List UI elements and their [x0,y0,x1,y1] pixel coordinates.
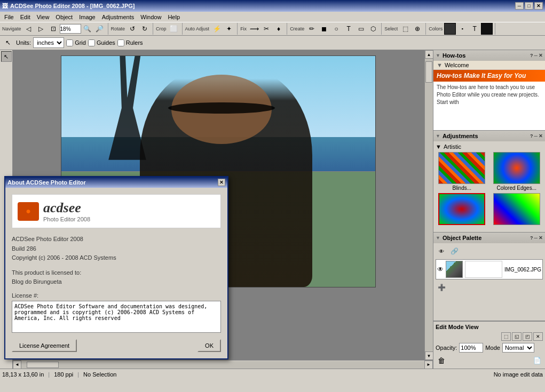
close-button[interactable]: ✕ [534,2,543,10]
color-swatch-btn[interactable]: ▪ [456,23,468,35]
rotate-label: Rotate [110,26,127,31]
obj-layer-item[interactable]: 👁 IMG_0062.JPG [436,259,543,279]
rotate-left-button[interactable]: ↺ [127,23,138,35]
scroll-thumb-horizontal[interactable] [27,362,59,368]
minimize-button[interactable]: ─ [515,2,524,10]
scroll-right-button[interactable]: ► [424,361,433,369]
select-btn1[interactable]: ⬚ [399,23,411,35]
maximize-button[interactable]: □ [525,2,533,10]
fix-btn1[interactable]: ⟿ [248,23,260,35]
about-dialog-buttons: License Agreement OK [12,339,221,352]
blinds-item[interactable]: Blinds... [436,152,488,191]
create-btn2[interactable]: ◼ [318,23,330,35]
howtos-header[interactable]: ▼ How-tos ? ─ ✕ [433,50,545,61]
zoom-out-button[interactable]: 🔍 [82,23,93,35]
grid-checkbox-label[interactable]: Grid [66,39,86,46]
obj-minimize-icon[interactable]: ─ [534,235,538,241]
layer-thumbnail [446,261,463,278]
zoom-in-button[interactable]: 🔎 [94,23,106,35]
navigate-forward-button[interactable]: ▷ [35,23,47,35]
adjustments-header[interactable]: ▼ Adjustments ? ─ ✕ [433,131,545,141]
layer-add-btn[interactable]: ➕ [436,282,447,293]
colored-edges-item[interactable]: Colored Edges... [491,152,543,191]
menu-adjustments[interactable]: Adjustments [99,13,138,21]
art-item-4[interactable] [491,193,543,225]
crop-button[interactable]: ⬜ [168,23,180,35]
select-btn2[interactable]: ⊕ [412,23,423,35]
art-item-3[interactable] [436,193,488,225]
obj-eye-toggle[interactable]: 👁 [436,245,447,257]
edit-mode-icon4[interactable]: ✕ [533,332,543,341]
background-color[interactable] [481,23,493,35]
fix-btn2[interactable]: ✂ [260,23,272,35]
create-btn6[interactable]: ⬡ [367,23,379,35]
howtos-title: How-tos [443,52,465,59]
howtos-content: ▼ Welcome How-tos Make It Easy for You T… [433,61,545,130]
obj-link-btn[interactable]: 🔗 [448,245,460,257]
menu-view[interactable]: View [34,13,53,21]
howtos-close-icon[interactable]: ✕ [539,53,543,58]
menu-edit[interactable]: Edit [17,13,34,21]
licensed-to-value: Blog do Birungueta [12,277,221,287]
edit-mode-icon1[interactable]: ⬚ [501,332,511,341]
create-btn3[interactable]: ○ [330,23,342,35]
menu-help[interactable]: Help [164,13,183,21]
select-pointer-tool[interactable]: ↖ [1,51,12,62]
opacity-input[interactable] [459,343,483,353]
guides-checkbox-label[interactable]: Guides [88,39,115,46]
rotate-right-button[interactable]: ↻ [139,23,151,35]
license-agreement-button[interactable]: License Agreement [12,339,77,352]
scroll-up-button[interactable]: ▲ [425,50,433,59]
obj-help-icon[interactable]: ? [530,235,533,241]
scroll-track-horizontal[interactable] [21,361,424,369]
howtos-minimize-icon[interactable]: ─ [534,53,538,58]
adjustments-close-icon[interactable]: ✕ [539,133,543,139]
ok-button[interactable]: OK [198,339,221,352]
create-btn5[interactable]: ▭ [355,23,367,35]
adjustments-help-icon[interactable]: ? [530,133,533,139]
layer-visibility-icon[interactable]: 👁 [437,266,444,273]
menu-image[interactable]: Image [76,13,99,21]
object-palette-header[interactable]: ▼ Object Palette ? ─ ✕ [433,233,545,243]
obj-close-icon[interactable]: ✕ [539,235,543,241]
foreground-color[interactable] [444,23,456,35]
colored-edges-thumbnail [493,152,540,184]
guides-checkbox[interactable] [88,39,95,46]
delete-layer-button[interactable]: 🗑 [436,355,447,366]
mode-select[interactable]: Normal Multiply Screen Overlay [502,343,534,353]
create-btn1[interactable]: ✏ [306,23,318,35]
zoom-input[interactable] [60,24,81,34]
scroll-thumb-vertical[interactable] [425,61,432,83]
howtos-help-icon[interactable]: ? [530,53,533,58]
scroll-down-button[interactable]: ▼ [425,351,433,360]
opacity-row: Opacity: Mode Normal Multiply Screen Ove… [436,343,543,353]
menu-object[interactable]: Object [52,13,76,21]
art-grid: Blinds... Colored Edges... [436,152,543,225]
grid-checkbox[interactable] [66,39,73,46]
license-textarea[interactable]: ACDSee Photo Editor Software and documen… [12,301,221,333]
auto-adjust-button[interactable]: ⚡ [211,23,223,35]
navigate-back-button[interactable]: ◁ [23,23,35,35]
zoom-fit-button[interactable]: ⊡ [48,23,59,35]
scroll-left-button[interactable]: ◄ [13,361,21,369]
rulers-checkbox-label[interactable]: Rulers [117,39,143,46]
about-dialog-close[interactable]: ✕ [218,179,225,186]
auto-adjust2-button[interactable]: ✦ [223,23,235,35]
horizontal-scrollbar[interactable]: ◄ ► [13,360,433,369]
auto-adjust-section: Auto Adjust ⚡ ✦ [184,23,238,35]
edit-mode-icon2[interactable]: ◱ [512,332,522,341]
scroll-track-vertical[interactable] [425,59,433,351]
vertical-scrollbar[interactable]: ▲ ▼ [424,50,433,360]
status-selection: No Selection [83,371,116,378]
fix-btn3[interactable]: ♦ [273,23,285,35]
rulers-checkbox[interactable] [117,39,124,46]
menu-window[interactable]: Window [137,13,164,21]
new-layer-button[interactable]: 📄 [531,355,543,366]
pointer-tool-button[interactable]: ↖ [2,37,14,49]
menu-file[interactable]: File [1,13,17,21]
create-btn4[interactable]: T [343,23,354,35]
text-color-btn[interactable]: T [469,23,480,35]
adjustments-minimize-icon[interactable]: ─ [534,133,538,139]
units-select[interactable]: inches cm pixels [33,37,64,48]
edit-mode-icon3[interactable]: ◰ [523,332,532,341]
